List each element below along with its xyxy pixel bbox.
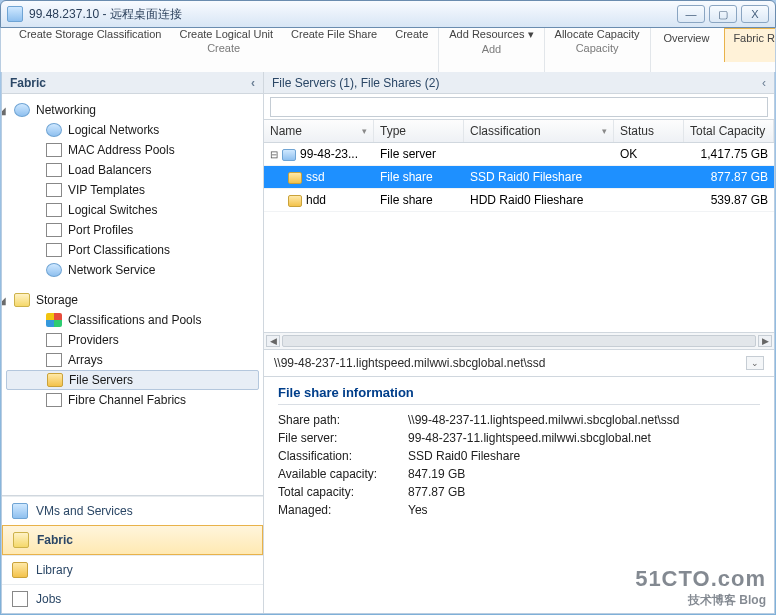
- close-button[interactable]: X: [741, 5, 769, 23]
- col-capacity[interactable]: Total Capacity: [684, 120, 774, 142]
- cell-name: ⊟99-48-23...: [264, 143, 374, 165]
- tree-item-logical-networks[interactable]: Logical Networks: [6, 120, 259, 140]
- table-row[interactable]: ssdFile shareSSD Raid0 Fileshare877.87 G…: [264, 166, 774, 189]
- scroll-left-icon[interactable]: ◀: [266, 335, 280, 347]
- create-logical-unit-button[interactable]: Create Logical Unit: [173, 28, 279, 40]
- table-row[interactable]: ⊟99-48-23...File serverOK1,417.75 GB: [264, 143, 774, 166]
- overview-tab[interactable]: Overview: [655, 28, 719, 62]
- tree-item-icon: [46, 313, 62, 327]
- expander-icon[interactable]: ◢: [2, 295, 10, 306]
- detail-properties: Share path:\\99-48-237-11.lightspeed.mil…: [278, 413, 760, 517]
- scroll-right-icon[interactable]: ▶: [758, 335, 772, 347]
- tree-item-label: MAC Address Pools: [68, 143, 175, 157]
- tree-item-providers[interactable]: Providers: [6, 330, 259, 350]
- col-name[interactable]: Name▾: [264, 120, 374, 142]
- wunderbar-icon: [12, 503, 28, 519]
- tree-item-icon: [46, 393, 62, 407]
- col-type[interactable]: Type: [374, 120, 464, 142]
- tree-item-arrays[interactable]: Arrays: [6, 350, 259, 370]
- tree-item-icon: [47, 373, 63, 387]
- wunderbar-fabric[interactable]: Fabric: [2, 525, 263, 555]
- wunderbar: VMs and ServicesFabricLibraryJobs: [2, 495, 263, 613]
- tree-item-vip-templates[interactable]: VIP Templates: [6, 180, 259, 200]
- grid-empty-space: [264, 212, 774, 332]
- tree-item-mac-address-pools[interactable]: MAC Address Pools: [6, 140, 259, 160]
- allocate-capacity-button[interactable]: Allocate Capacity: [549, 28, 646, 40]
- client-area: Fabric ‹ ◢Networking Logical NetworksMAC…: [1, 72, 775, 614]
- table-row[interactable]: hddFile shareHDD Raid0 Flieshare539.87 G…: [264, 189, 774, 212]
- cell-capacity: 539.87 GB: [684, 189, 774, 211]
- tree-networking[interactable]: ◢Networking: [6, 100, 259, 120]
- tree-item-icon: [46, 353, 62, 367]
- storage-icon: [14, 293, 30, 307]
- create-storage-classification-button[interactable]: Create Storage Classification: [13, 28, 167, 40]
- left-pane-title: Fabric: [10, 76, 46, 90]
- tree-item-label: Port Profiles: [68, 223, 133, 237]
- wunderbar-jobs[interactable]: Jobs: [2, 584, 263, 613]
- col-status[interactable]: Status: [614, 120, 684, 142]
- cell-status: [614, 166, 684, 188]
- wunderbar-label: VMs and Services: [36, 504, 133, 518]
- expand-detail-icon[interactable]: ⌄: [746, 356, 764, 370]
- collapse-top-icon[interactable]: ‹: [762, 76, 766, 90]
- detail-key: Available capacity:: [278, 467, 408, 481]
- detail-value: 847.19 GB: [408, 467, 760, 481]
- tree-item-label: Arrays: [68, 353, 103, 367]
- expander-icon[interactable]: ◢: [2, 105, 10, 116]
- cell-type: File share: [374, 189, 464, 211]
- tree-item-file-servers[interactable]: File Servers: [6, 370, 259, 390]
- tree-storage[interactable]: ◢Storage: [6, 290, 259, 310]
- detail-heading: File share information: [278, 385, 760, 405]
- grid-header: Name▾ Type Classification▾ Status Total …: [264, 120, 774, 143]
- fabric-resources-tab[interactable]: Fabric Resources: [724, 28, 776, 62]
- tree-item-label: Network Service: [68, 263, 155, 277]
- tree-item-network-service[interactable]: Network Service: [6, 260, 259, 280]
- cell-type: File server: [374, 143, 464, 165]
- tree-item-icon: [46, 143, 62, 157]
- tree-item-icon: [46, 333, 62, 347]
- tree-item-classifications-and-pools[interactable]: Classifications and Pools: [6, 310, 259, 330]
- wunderbar-label: Library: [36, 563, 73, 577]
- wunderbar-icon: [13, 532, 29, 548]
- results-grid: Name▾ Type Classification▾ Status Total …: [264, 120, 774, 332]
- tree-item-fibre-channel-fabrics[interactable]: Fibre Channel Fabrics: [6, 390, 259, 410]
- tree-item-load-balancers[interactable]: Load Balancers: [6, 160, 259, 180]
- sort-icon: ▾: [362, 126, 367, 136]
- scroll-thumb[interactable]: [282, 335, 756, 347]
- detail-panel: File share information Share path:\\99-4…: [264, 377, 774, 613]
- tree-item-port-profiles[interactable]: Port Profiles: [6, 220, 259, 240]
- collapse-left-icon[interactable]: ‹: [251, 76, 255, 90]
- create-button[interactable]: Create: [389, 28, 434, 40]
- right-pane: File Servers (1), File Shares (2) ‹ Name…: [264, 72, 774, 613]
- tree-item-label: File Servers: [69, 373, 133, 387]
- nav-tree: ◢Networking Logical NetworksMAC Address …: [2, 94, 263, 495]
- ribbon-group-add-label: Add: [482, 43, 502, 55]
- tree-item-label: Load Balancers: [68, 163, 151, 177]
- tree-item-label: Logical Switches: [68, 203, 157, 217]
- search-input[interactable]: [270, 97, 768, 117]
- create-file-share-button[interactable]: Create File Share: [285, 28, 383, 40]
- cell-name: hdd: [264, 189, 374, 211]
- grid-horizontal-scrollbar[interactable]: ◀ ▶: [264, 332, 774, 350]
- cell-classification: SSD Raid0 Fileshare: [464, 166, 614, 188]
- detail-value: 99-48-237-11.lightspeed.milwwi.sbcglobal…: [408, 431, 760, 445]
- maximize-button[interactable]: ▢: [709, 5, 737, 23]
- cell-classification: HDD Raid0 Flieshare: [464, 189, 614, 211]
- tree-item-label: VIP Templates: [68, 183, 145, 197]
- selected-path-text: \\99-48-237-11.lightspeed.milwwi.sbcglob…: [274, 356, 545, 370]
- networking-icon: [14, 103, 30, 117]
- minimize-button[interactable]: —: [677, 5, 705, 23]
- tree-item-port-classifications[interactable]: Port Classifications: [6, 240, 259, 260]
- wunderbar-vms-and-services[interactable]: VMs and Services: [2, 496, 263, 525]
- tree-item-icon: [46, 183, 62, 197]
- breadcrumb: File Servers (1), File Shares (2) ‹: [264, 72, 774, 94]
- tree-item-logical-switches[interactable]: Logical Switches: [6, 200, 259, 220]
- tree-item-icon: [46, 163, 62, 177]
- window-titlebar: 99.48.237.10 - 远程桌面连接 — ▢ X: [0, 0, 776, 28]
- wunderbar-library[interactable]: Library: [2, 555, 263, 584]
- col-classification[interactable]: Classification▾: [464, 120, 614, 142]
- window-title: 99.48.237.10 - 远程桌面连接: [29, 6, 677, 23]
- add-resources-button[interactable]: Add Resources ▾: [443, 28, 539, 41]
- row-expander-icon[interactable]: ⊟: [270, 149, 280, 160]
- cell-name: ssd: [264, 166, 374, 188]
